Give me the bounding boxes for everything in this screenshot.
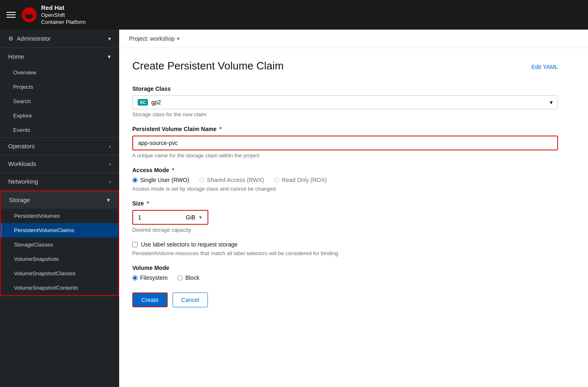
admin-role-selector[interactable]: ⚙ Administrator ▾ — [0, 30, 119, 48]
logo: Red Hat OpenShift Container Platform — [21, 4, 85, 25]
sc-badge: SC — [138, 99, 148, 106]
storage-class-hint: Storage class for the new claim — [132, 111, 558, 117]
brand-text: Red Hat OpenShift Container Platform — [41, 4, 85, 25]
sidebar-group-networking[interactable]: Networking › — [0, 173, 119, 190]
project-dropdown-icon: ▾ — [177, 36, 180, 41]
sidebar-item-volume-snapshot-contents[interactable]: VolumeSnapshotContents — [1, 281, 118, 295]
storage-class-label: Storage Class — [132, 85, 558, 92]
size-hint: Desired storage capacity — [132, 227, 558, 233]
label-selector-checkbox-label[interactable]: Use label selectors to request storage — [132, 241, 558, 248]
storage-class-dropdown[interactable]: SC gp2 ▾ — [132, 95, 558, 109]
sidebar-item-persistent-volume-claims[interactable]: PersistentVolumeClaims — [1, 223, 118, 237]
size-input-group: MiB GiB TiB ▾ — [132, 210, 558, 225]
rox-radio[interactable] — [274, 177, 279, 183]
gear-icon: ⚙ — [8, 35, 14, 42]
page-title: Create Persistent Volume Claim — [132, 60, 284, 72]
dropdown-chevron-icon: ▾ — [550, 99, 553, 106]
chevron-down-icon: ▾ — [108, 53, 111, 60]
pvc-name-label: Persistent Volume Claim Name * — [132, 126, 558, 132]
label-selector-checkbox[interactable] — [132, 242, 138, 247]
sidebar: ⚙ Administrator ▾ Home ▾ Overview Projec… — [0, 30, 119, 387]
hamburger-menu[interactable] — [7, 12, 16, 18]
size-label: Size * — [132, 200, 558, 207]
create-button[interactable]: Create — [132, 293, 168, 307]
project-bar: Project: workshop ▾ — [119, 30, 588, 48]
chevron-right-icon: › — [109, 178, 111, 185]
storage-class-value: gp2 — [151, 99, 161, 106]
access-mode-hint: Access mode is set by storage class and … — [132, 186, 558, 192]
sidebar-item-volume-snapshot-classes[interactable]: VolumeSnapshotClasses — [1, 266, 118, 281]
chevron-down-icon: ▾ — [108, 35, 111, 42]
sidebar-item-projects[interactable]: Projects — [0, 80, 119, 94]
size-section: Size * MiB GiB TiB ▾ Desired storage cap… — [132, 200, 558, 233]
label-selector-hint: PersistentVolume resources that match al… — [132, 250, 558, 256]
sidebar-group-home[interactable]: Home ▾ — [0, 48, 119, 65]
sidebar-group-storage[interactable]: Storage ▾ — [1, 191, 118, 209]
sidebar-item-storage-classes[interactable]: StorageClasses — [1, 237, 118, 252]
pvc-name-input[interactable] — [132, 136, 558, 150]
chevron-right-icon: › — [109, 143, 111, 150]
size-input[interactable] — [132, 210, 182, 225]
edit-yaml-link[interactable]: Edit YAML — [531, 64, 558, 70]
sidebar-item-search[interactable]: Search — [0, 94, 119, 108]
form-actions: Create Cancel — [132, 293, 558, 307]
content-area: Project: workshop ▾ Create Persistent Vo… — [119, 30, 588, 387]
block-radio[interactable] — [178, 275, 183, 281]
sidebar-item-overview[interactable]: Overview — [0, 65, 119, 80]
required-indicator: * — [219, 126, 221, 132]
sidebar-item-persistent-volumes[interactable]: PersistentVolumes — [1, 209, 118, 223]
sidebar-item-events[interactable]: Events — [0, 123, 119, 137]
pvc-name-section: Persistent Volume Claim Name * A unique … — [132, 126, 558, 159]
form-container: Create Persistent Volume Claim Edit YAML… — [119, 48, 571, 319]
pvc-name-hint: A unique name for the storage claim with… — [132, 152, 558, 159]
access-mode-rox[interactable]: Read Only (ROX) — [274, 177, 327, 183]
volume-mode-radio-group: Filesystem Block — [132, 274, 558, 281]
required-indicator: * — [172, 167, 174, 173]
access-mode-section: Access Mode * Single User (RWO) Shared A… — [132, 167, 558, 192]
redhat-logo-icon — [21, 7, 37, 23]
chevron-right-icon: › — [109, 161, 111, 167]
topbar: Red Hat OpenShift Container Platform — [0, 0, 588, 30]
label-selector-section: Use label selectors to request storage P… — [132, 241, 558, 256]
sidebar-group-operators[interactable]: Operators › — [0, 138, 119, 155]
sidebar-storage-section: Storage ▾ PersistentVolumes PersistentVo… — [0, 191, 119, 296]
chevron-down-icon: ▾ — [107, 197, 110, 203]
sidebar-item-explore[interactable]: Explore — [0, 108, 119, 123]
cancel-button[interactable]: Cancel — [173, 293, 208, 307]
form-title-row: Create Persistent Volume Claim Edit YAML — [132, 60, 558, 74]
sidebar-item-volume-snapshots[interactable]: VolumeSnapshots — [1, 252, 118, 266]
rwo-radio[interactable] — [132, 177, 138, 183]
volume-mode-section: Volume Mode Filesystem Block — [132, 265, 558, 281]
storage-class-section: Storage Class SC gp2 ▾ Storage class for… — [132, 85, 558, 117]
filesystem-radio[interactable] — [132, 275, 138, 281]
volume-mode-label: Volume Mode — [132, 265, 558, 271]
rwx-radio[interactable] — [199, 177, 205, 183]
volume-mode-filesystem[interactable]: Filesystem — [132, 274, 168, 281]
size-unit-select[interactable]: MiB GiB TiB — [182, 210, 208, 225]
required-indicator: * — [147, 200, 149, 207]
access-mode-rwo[interactable]: Single User (RWO) — [132, 177, 189, 183]
volume-mode-block[interactable]: Block — [178, 274, 199, 281]
project-selector[interactable]: Project: workshop ▾ — [129, 35, 180, 42]
access-mode-radio-group: Single User (RWO) Shared Access (RWX) Re… — [132, 177, 558, 183]
access-mode-rwx[interactable]: Shared Access (RWX) — [199, 177, 264, 183]
sidebar-group-workloads[interactable]: Workloads › — [0, 155, 119, 173]
access-mode-label: Access Mode * — [132, 167, 558, 173]
